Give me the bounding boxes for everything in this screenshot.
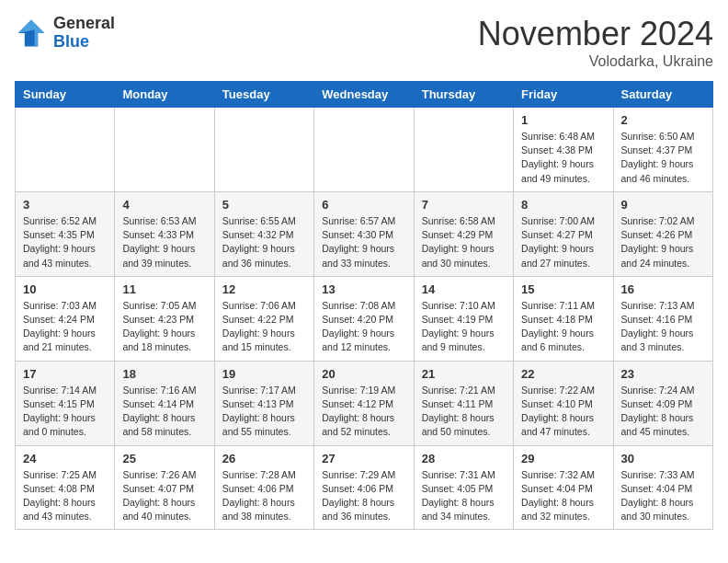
calendar-cell: 25Sunrise: 7:26 AM Sunset: 4:07 PM Dayli…	[115, 445, 214, 530]
calendar-cell: 7Sunrise: 6:58 AM Sunset: 4:29 PM Daylig…	[414, 191, 513, 276]
header: General Blue November 2024 Volodarka, Uk…	[15, 15, 713, 70]
day-number: 25	[122, 452, 206, 465]
weekday-header: Thursday	[414, 82, 513, 108]
day-number: 17	[23, 367, 107, 381]
day-info: Sunrise: 6:48 AM Sunset: 4:38 PM Dayligh…	[521, 130, 605, 186]
calendar-cell: 18Sunrise: 7:16 AM Sunset: 4:14 PM Dayli…	[115, 361, 214, 445]
weekday-header: Tuesday	[214, 82, 313, 108]
calendar-body: 1Sunrise: 6:48 AM Sunset: 4:38 PM Daylig…	[16, 108, 713, 530]
day-info: Sunrise: 7:28 AM Sunset: 4:06 PM Dayligh…	[222, 468, 306, 524]
day-info: Sunrise: 7:21 AM Sunset: 4:11 PM Dayligh…	[422, 384, 506, 440]
day-number: 7	[422, 198, 506, 212]
calendar-week-row: 10Sunrise: 7:03 AM Sunset: 4:24 PM Dayli…	[16, 276, 713, 361]
day-number: 4	[122, 198, 206, 212]
calendar-week-row: 24Sunrise: 7:25 AM Sunset: 4:08 PM Dayli…	[16, 445, 713, 530]
calendar-cell: 17Sunrise: 7:14 AM Sunset: 4:15 PM Dayli…	[16, 361, 115, 445]
day-info: Sunrise: 7:02 AM Sunset: 4:26 PM Dayligh…	[621, 214, 705, 270]
calendar-cell: 4Sunrise: 6:53 AM Sunset: 4:33 PM Daylig…	[115, 191, 214, 276]
calendar-week-row: 1Sunrise: 6:48 AM Sunset: 4:38 PM Daylig…	[16, 108, 713, 192]
day-number: 29	[521, 452, 605, 465]
calendar-cell: 9Sunrise: 7:02 AM Sunset: 4:26 PM Daylig…	[613, 191, 712, 276]
day-number: 11	[122, 282, 206, 296]
title-area: November 2024 Volodarka, Ukraine	[478, 15, 713, 70]
day-number: 23	[621, 367, 705, 381]
day-info: Sunrise: 6:53 AM Sunset: 4:33 PM Dayligh…	[122, 214, 206, 270]
calendar-cell	[214, 108, 313, 192]
day-number: 20	[322, 367, 405, 381]
day-info: Sunrise: 7:00 AM Sunset: 4:27 PM Dayligh…	[521, 214, 605, 270]
logo-text: General Blue	[53, 15, 115, 52]
day-number: 13	[322, 282, 405, 296]
calendar-cell: 1Sunrise: 6:48 AM Sunset: 4:38 PM Daylig…	[514, 108, 613, 192]
weekday-header: Sunday	[16, 82, 115, 108]
day-info: Sunrise: 6:52 AM Sunset: 4:35 PM Dayligh…	[23, 214, 107, 270]
day-number: 1	[521, 113, 605, 127]
weekday-header: Wednesday	[314, 82, 414, 108]
calendar-cell: 12Sunrise: 7:06 AM Sunset: 4:22 PM Dayli…	[214, 276, 313, 361]
day-info: Sunrise: 7:10 AM Sunset: 4:19 PM Dayligh…	[422, 299, 506, 355]
calendar-cell: 28Sunrise: 7:31 AM Sunset: 4:05 PM Dayli…	[414, 445, 513, 530]
calendar-cell: 24Sunrise: 7:25 AM Sunset: 4:08 PM Dayli…	[16, 445, 115, 530]
day-number: 10	[23, 282, 107, 296]
day-number: 12	[222, 282, 306, 296]
calendar-cell: 6Sunrise: 6:57 AM Sunset: 4:30 PM Daylig…	[314, 191, 414, 276]
day-number: 19	[222, 367, 306, 381]
calendar-week-row: 17Sunrise: 7:14 AM Sunset: 4:15 PM Dayli…	[16, 361, 713, 445]
day-number: 27	[322, 452, 405, 465]
calendar-cell	[414, 108, 513, 192]
calendar-cell: 21Sunrise: 7:21 AM Sunset: 4:11 PM Dayli…	[414, 361, 513, 445]
day-number: 30	[621, 452, 705, 465]
day-info: Sunrise: 7:24 AM Sunset: 4:09 PM Dayligh…	[621, 384, 705, 440]
month-title: November 2024	[478, 15, 713, 53]
calendar-cell: 20Sunrise: 7:19 AM Sunset: 4:12 PM Dayli…	[314, 361, 414, 445]
calendar-cell: 29Sunrise: 7:32 AM Sunset: 4:04 PM Dayli…	[514, 445, 613, 530]
day-info: Sunrise: 7:13 AM Sunset: 4:16 PM Dayligh…	[621, 299, 705, 355]
day-number: 26	[222, 452, 306, 465]
day-info: Sunrise: 6:50 AM Sunset: 4:37 PM Dayligh…	[621, 130, 705, 186]
calendar-cell: 26Sunrise: 7:28 AM Sunset: 4:06 PM Dayli…	[214, 445, 313, 530]
day-number: 5	[222, 198, 306, 212]
calendar-cell: 2Sunrise: 6:50 AM Sunset: 4:37 PM Daylig…	[613, 108, 712, 192]
location-title: Volodarka, Ukraine	[478, 53, 713, 70]
day-info: Sunrise: 7:08 AM Sunset: 4:20 PM Dayligh…	[322, 299, 405, 355]
day-info: Sunrise: 7:31 AM Sunset: 4:05 PM Dayligh…	[422, 468, 506, 524]
calendar-cell	[115, 108, 214, 192]
calendar-week-row: 3Sunrise: 6:52 AM Sunset: 4:35 PM Daylig…	[16, 191, 713, 276]
day-number: 6	[322, 198, 405, 212]
day-info: Sunrise: 7:03 AM Sunset: 4:24 PM Dayligh…	[23, 299, 107, 355]
day-info: Sunrise: 6:57 AM Sunset: 4:30 PM Dayligh…	[322, 214, 405, 270]
day-info: Sunrise: 6:58 AM Sunset: 4:29 PM Dayligh…	[422, 214, 506, 270]
day-number: 14	[422, 282, 506, 296]
day-info: Sunrise: 7:33 AM Sunset: 4:04 PM Dayligh…	[621, 468, 705, 524]
calendar-cell: 15Sunrise: 7:11 AM Sunset: 4:18 PM Dayli…	[514, 276, 613, 361]
calendar-header: SundayMondayTuesdayWednesdayThursdayFrid…	[16, 82, 713, 108]
weekday-row: SundayMondayTuesdayWednesdayThursdayFrid…	[16, 82, 713, 108]
calendar-cell	[314, 108, 414, 192]
day-number: 8	[521, 198, 605, 212]
calendar-cell: 3Sunrise: 6:52 AM Sunset: 4:35 PM Daylig…	[16, 191, 115, 276]
day-number: 21	[422, 367, 506, 381]
day-info: Sunrise: 7:32 AM Sunset: 4:04 PM Dayligh…	[521, 468, 605, 524]
calendar-cell: 30Sunrise: 7:33 AM Sunset: 4:04 PM Dayli…	[613, 445, 712, 530]
day-number: 16	[621, 282, 705, 296]
calendar-cell: 14Sunrise: 7:10 AM Sunset: 4:19 PM Dayli…	[414, 276, 513, 361]
calendar-cell	[16, 108, 115, 192]
day-number: 15	[521, 282, 605, 296]
day-info: Sunrise: 7:11 AM Sunset: 4:18 PM Dayligh…	[521, 299, 605, 355]
weekday-header: Monday	[115, 82, 214, 108]
calendar-cell: 10Sunrise: 7:03 AM Sunset: 4:24 PM Dayli…	[16, 276, 115, 361]
day-info: Sunrise: 7:29 AM Sunset: 4:06 PM Dayligh…	[322, 468, 405, 524]
day-info: Sunrise: 7:25 AM Sunset: 4:08 PM Dayligh…	[23, 468, 107, 524]
day-number: 22	[521, 367, 605, 381]
calendar-cell: 23Sunrise: 7:24 AM Sunset: 4:09 PM Dayli…	[613, 361, 712, 445]
day-info: Sunrise: 7:05 AM Sunset: 4:23 PM Dayligh…	[122, 299, 206, 355]
day-info: Sunrise: 7:19 AM Sunset: 4:12 PM Dayligh…	[322, 384, 405, 440]
day-info: Sunrise: 7:17 AM Sunset: 4:13 PM Dayligh…	[222, 384, 306, 440]
calendar-cell: 5Sunrise: 6:55 AM Sunset: 4:32 PM Daylig…	[214, 191, 313, 276]
weekday-header: Saturday	[613, 82, 712, 108]
day-number: 2	[621, 113, 705, 127]
calendar: SundayMondayTuesdayWednesdayThursdayFrid…	[15, 81, 713, 530]
day-info: Sunrise: 6:55 AM Sunset: 4:32 PM Dayligh…	[222, 214, 306, 270]
day-info: Sunrise: 7:14 AM Sunset: 4:15 PM Dayligh…	[23, 384, 107, 440]
weekday-header: Friday	[514, 82, 613, 108]
